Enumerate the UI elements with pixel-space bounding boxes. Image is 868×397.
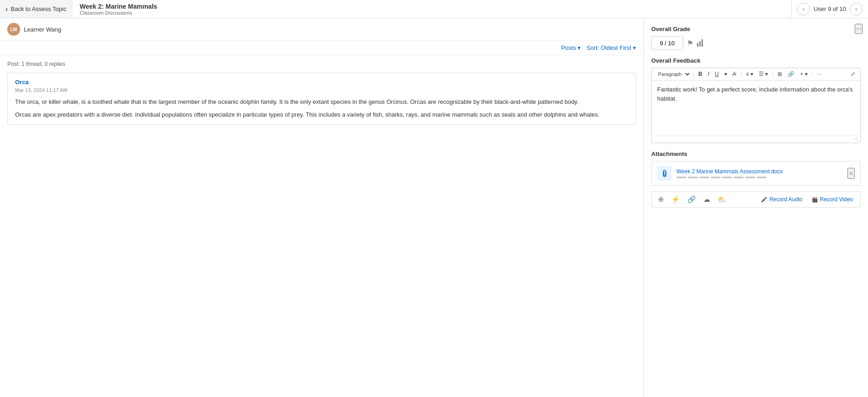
back-arrow-icon: ‹ <box>5 5 8 13</box>
post-summary: Post: 1 thread, 0 replies <box>7 61 636 67</box>
post-paragraph-2: Orcas are apex predators with a diverse … <box>15 110 628 119</box>
attachment-remove-button[interactable]: × <box>847 168 855 179</box>
learner-name: Learner Wang <box>24 26 61 33</box>
app-header: ‹ Back to Assess Topic Week 2: Marine Ma… <box>0 0 868 18</box>
editor-resize-handle[interactable]: ⤡ <box>652 135 860 143</box>
media-toolbar: ⊕ ⚡ 🔗 ☁ ⛅ 🎤 Record Audio 🎬 Record Video <box>651 191 861 208</box>
record-video-label: Record Video <box>820 196 853 203</box>
bold-button[interactable]: B <box>696 70 705 78</box>
back-button[interactable]: ‹ Back to Assess Topic <box>0 0 72 18</box>
lightning-button[interactable]: ⚡ <box>670 194 682 204</box>
upload-button[interactable]: ⊕ <box>656 194 666 204</box>
list-button[interactable]: ☰ ▾ <box>756 70 770 78</box>
filter-bar: Posts ▾ Sort: Oldest First ▾ <box>0 41 643 55</box>
editor-toolbar: Paragraph B I U ▾ A ≡ ▾ ☰ ▾ ⊞ 🔗 + ▾ ··· … <box>652 68 860 80</box>
link-button[interactable]: 🔗 <box>785 70 797 78</box>
progress-block <box>756 177 766 178</box>
avatar: LW <box>7 23 20 36</box>
feedback-editor: Paragraph B I U ▾ A ≡ ▾ ☰ ▾ ⊞ 🔗 + ▾ ··· … <box>651 68 861 143</box>
paragraph-format-select[interactable]: Paragraph <box>654 70 691 78</box>
feedback-section-label: Overall Feedback <box>651 57 861 64</box>
progress-block <box>699 177 709 178</box>
attachment-file-icon <box>657 166 672 181</box>
italic-button[interactable]: I <box>706 70 712 78</box>
posts-filter-button[interactable]: Posts ▾ <box>561 44 581 51</box>
cloud-button[interactable]: ⛅ <box>716 194 728 204</box>
prev-arrow-icon: ‹ <box>803 6 804 12</box>
bar-chart-icon[interactable] <box>697 39 703 47</box>
back-label: Back to Assess Topic <box>11 5 66 12</box>
progress-block <box>676 177 686 178</box>
expand-button[interactable]: ⤢ <box>848 70 857 78</box>
align-button[interactable]: ≡ ▾ <box>744 70 755 78</box>
attachment-card: Week 2 Marine Mammals Assessment.docx × <box>651 161 861 186</box>
header-navigation: ‹ User 9 of 10 › <box>791 0 868 18</box>
attachment-info: Week 2 Marine Mammals Assessment.docx <box>676 168 843 178</box>
page-title: Week 2: Marine Mammals <box>80 3 784 10</box>
progress-block <box>722 177 732 178</box>
flag-icon[interactable]: ⚑ <box>687 39 693 48</box>
avatar-initials: LW <box>7 23 20 36</box>
posts-area: Post: 1 thread, 0 replies Orca Mar 13, 2… <box>0 55 643 397</box>
grade-row: ⚑ <box>651 36 861 50</box>
more-horiz-icon: ··· <box>856 25 862 32</box>
grade-input[interactable] <box>651 36 683 50</box>
post-paragraph-1: The orca, or killer whale, is a toothed … <box>15 97 628 107</box>
link-media-button[interactable]: 🔗 <box>686 194 698 204</box>
post-body: The orca, or killer whale, is a toothed … <box>15 97 628 119</box>
underline-button[interactable]: U <box>713 70 721 78</box>
sort-filter-button[interactable]: Sort: Oldest First ▾ <box>586 44 636 51</box>
mic-icon: 🎤 <box>761 197 767 203</box>
post-date: Mar 13, 2024 11:17 AM <box>15 87 628 93</box>
next-arrow-icon: › <box>855 6 857 12</box>
progress-block <box>734 177 744 178</box>
sort-chevron-icon: ▾ <box>633 44 636 51</box>
video-icon: 🎬 <box>812 197 818 203</box>
learner-header: LW Learner Wang <box>0 18 643 41</box>
resize-icon: ⤡ <box>855 137 858 142</box>
record-audio-button[interactable]: 🎤 Record Audio <box>758 195 805 204</box>
insert-button[interactable]: + ▾ <box>798 70 809 78</box>
cloud-upload-button[interactable]: ☁ <box>702 194 712 204</box>
more-toolbar-button[interactable]: ··· <box>815 70 824 78</box>
sort-filter-label: Sort: Oldest First <box>586 44 631 51</box>
more-options-button[interactable]: ··· <box>855 24 863 34</box>
attachment-progress-bar <box>676 177 843 178</box>
post-card: Orca Mar 13, 2024 11:17 AM The orca, or … <box>7 73 636 125</box>
post-title[interactable]: Orca <box>15 79 628 86</box>
posts-filter-label: Posts <box>561 44 576 51</box>
next-user-button[interactable]: › <box>850 3 863 16</box>
main-layout: LW Learner Wang Posts ▾ Sort: Oldest Fir… <box>0 18 868 397</box>
record-video-button[interactable]: 🎬 Record Video <box>809 195 856 204</box>
underline-dropdown-button[interactable]: ▾ <box>722 70 729 78</box>
progress-block <box>711 177 721 178</box>
posts-chevron-icon: ▾ <box>578 44 581 51</box>
progress-block <box>745 177 755 178</box>
feedback-content: Fantastic work! To get a perfect score, … <box>657 86 853 102</box>
record-audio-label: Record Audio <box>769 196 802 203</box>
progress-block <box>688 177 698 178</box>
left-panel: LW Learner Wang Posts ▾ Sort: Oldest Fir… <box>0 18 644 397</box>
attachment-filename[interactable]: Week 2 Marine Mammals Assessment.docx <box>676 168 843 175</box>
grade-section-label: Overall Grade <box>651 26 861 32</box>
strikethrough-button[interactable]: A <box>730 70 739 78</box>
user-counter: User 9 of 10 <box>814 5 846 12</box>
previous-user-button[interactable]: ‹ <box>797 3 810 16</box>
attachments-section: Attachments Week 2 Marine Mammals Assess… <box>651 150 861 186</box>
right-panel: ··· Overall Grade ⚑ Overall Feedback Par… <box>644 18 868 397</box>
feedback-text-area[interactable]: Fantastic work! To get a perfect score, … <box>652 80 860 135</box>
header-title-area: Week 2: Marine Mammals Classroom Discuss… <box>72 0 791 18</box>
page-subtitle: Classroom Discussions <box>80 10 784 16</box>
attachments-label: Attachments <box>651 150 861 157</box>
table-button[interactable]: ⊞ <box>775 70 784 78</box>
